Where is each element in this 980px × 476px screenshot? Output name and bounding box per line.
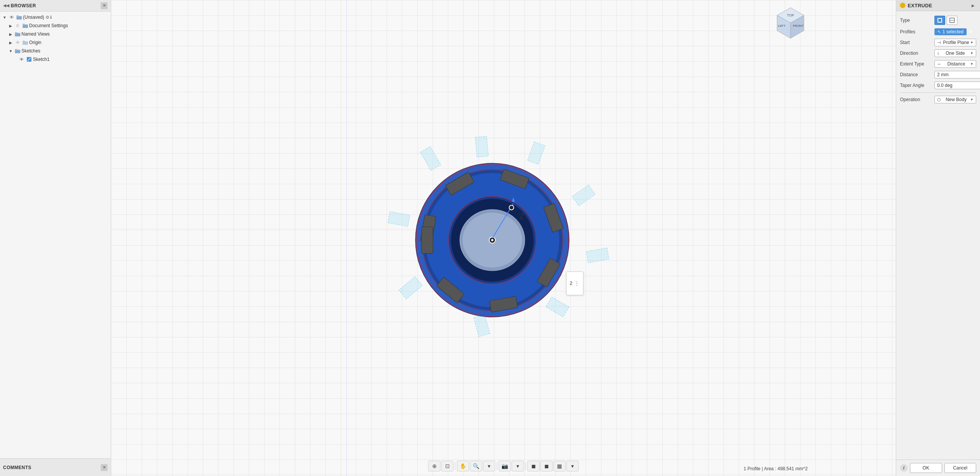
- toggle-unsaved[interactable]: ▼: [2, 14, 8, 20]
- direction-label: Direction: [900, 51, 934, 56]
- operation-dropdown[interactable]: ⬡ New Body ▼: [934, 96, 976, 103]
- profiles-row: Profiles ↖ 1 selected ✕: [896, 26, 980, 37]
- visibility-sketch1-icon[interactable]: 👁: [18, 56, 24, 62]
- tree-item-doc-settings[interactable]: ▶ ⚙ Document Settings: [0, 21, 111, 30]
- svg-rect-53: [938, 19, 941, 22]
- zoom-dropdown-button[interactable]: ▾: [483, 461, 495, 471]
- tree-item-named-views[interactable]: ▶ Named Views: [0, 30, 111, 38]
- panel-title: EXTRUDE: [908, 3, 968, 8]
- grid-button[interactable]: ◼: [528, 461, 540, 471]
- cancel-button[interactable]: Cancel: [944, 463, 977, 473]
- zoom-button[interactable]: 🔍: [470, 461, 482, 471]
- label-origin: Origin: [29, 40, 41, 45]
- tree-item-origin[interactable]: ▶ 👁 Origin: [0, 38, 111, 47]
- svg-rect-16: [586, 248, 609, 263]
- svg-rect-20: [388, 211, 410, 226]
- svg-rect-19: [399, 276, 422, 299]
- panel-header: EXTRUDE ▶: [896, 0, 980, 11]
- info-button[interactable]: i: [900, 464, 908, 472]
- status-bar: 1 Profile | Area : 498.541 mm^2: [743, 466, 808, 471]
- orbit-button[interactable]: ⊕: [428, 461, 441, 471]
- browser-close-button[interactable]: ✕: [101, 2, 108, 9]
- folder-sketches-icon: [15, 48, 21, 54]
- display-dropdown-button[interactable]: ▾: [512, 461, 524, 471]
- direction-icon: ↕: [937, 51, 939, 56]
- comments-close-button[interactable]: ✕: [101, 464, 108, 471]
- operation-icon: ⬡: [937, 97, 941, 102]
- tree-item-sketch1[interactable]: 👁 Sketch1: [0, 55, 111, 64]
- taper-angle-input[interactable]: [934, 82, 980, 89]
- profiles-selected-badge[interactable]: ↖ 1 selected: [934, 28, 967, 35]
- toggle-origin[interactable]: ▶: [8, 39, 14, 46]
- more-button[interactable]: ▾: [567, 461, 579, 471]
- profiles-clear-button[interactable]: ✕: [969, 29, 973, 34]
- status-text: 1 Profile | Area : 498.541 mm^2: [743, 466, 808, 471]
- bottom-toolbar: ⊕ ⊡ ✋ 🔍 ▾ 📷 ▾ ◼ ◼ ▦ ▾: [428, 461, 579, 471]
- label-sketch1: Sketch1: [33, 57, 49, 62]
- tree-item-unsaved[interactable]: ▼ 👁 (Unsaved) ⚙ ℹ: [0, 13, 111, 21]
- direction-row: Direction ↕ One Side ▼: [896, 48, 980, 59]
- snap-button[interactable]: ⊡: [441, 461, 454, 471]
- toggle-named-views[interactable]: ▶: [8, 31, 14, 37]
- unsaved-info-icon[interactable]: ℹ: [50, 15, 52, 20]
- svg-rect-15: [572, 185, 595, 206]
- unsaved-settings-icon[interactable]: ⚙: [46, 15, 49, 20]
- svg-point-45: [509, 205, 514, 210]
- viewport[interactable]: 2↑ 2 ⋮ TOP FRONT LEFT: [111, 0, 896, 476]
- type-solid-button[interactable]: [934, 16, 945, 25]
- label-unsaved: (Unsaved): [23, 15, 44, 20]
- taper-angle-label: Taper Angle: [900, 83, 934, 88]
- type-label: Type: [900, 18, 934, 23]
- toggle-doc-settings[interactable]: ▶: [8, 23, 14, 29]
- svg-rect-7: [23, 41, 25, 42]
- extent-type-label: Extent Type: [900, 61, 934, 67]
- distance-row: Distance: [896, 69, 980, 80]
- cursor-icon: ↖: [938, 29, 941, 34]
- visibility-unsaved-icon[interactable]: 👁: [8, 14, 15, 20]
- main-layout: ◀◀ BROWSER ✕ ▼ 👁 (Unsaved) ⚙ ℹ: [0, 0, 980, 476]
- svg-rect-14: [528, 142, 545, 164]
- toolbar-separator-3: [526, 462, 526, 470]
- operation-row: Operation ⬡ New Body ▼: [896, 94, 980, 105]
- type-surface-button[interactable]: [947, 16, 957, 25]
- panel-divider: [900, 92, 976, 93]
- display-button[interactable]: 📷: [499, 461, 511, 471]
- toolbar-separator-2: [497, 462, 497, 470]
- start-row: Start ⊣ Profile Plane ▼: [896, 37, 980, 48]
- svg-rect-9: [15, 49, 17, 51]
- panel-expand-button[interactable]: ▶: [970, 2, 976, 8]
- sketch-icon: [26, 56, 32, 62]
- browser-collapse-icon[interactable]: ◀◀: [3, 3, 9, 8]
- start-icon: ⊣: [937, 40, 941, 45]
- panel-body: Type: [896, 11, 980, 460]
- extrude-panel: EXTRUDE ▶ Type: [896, 0, 980, 476]
- browser-title: BROWSER: [11, 3, 101, 8]
- extent-type-dropdown-arrow: ▼: [970, 62, 973, 66]
- toolbar-separator-1: [455, 462, 456, 470]
- view-options-button[interactable]: ▦: [554, 461, 566, 471]
- taper-angle-row: Taper Angle: [896, 80, 980, 91]
- svg-text:FRONT: FRONT: [793, 24, 804, 28]
- start-dropdown[interactable]: ⊣ Profile Plane ▼: [934, 39, 976, 46]
- tree-item-sketches[interactable]: ▼ Sketches: [0, 47, 111, 55]
- browser-tree: ▼ 👁 (Unsaved) ⚙ ℹ ▶ ⚙: [0, 11, 111, 458]
- operation-dropdown-arrow: ▼: [970, 98, 973, 101]
- profiles-label: Profiles: [900, 29, 934, 34]
- env-button[interactable]: ◼: [541, 461, 553, 471]
- dim-menu-icon[interactable]: ⋮: [574, 280, 580, 286]
- toggle-sketches[interactable]: ▼: [8, 48, 14, 54]
- viewcube[interactable]: TOP FRONT LEFT: [773, 6, 808, 40]
- direction-dropdown[interactable]: ↕ One Side ▼: [934, 49, 976, 57]
- distance-input[interactable]: [934, 71, 980, 79]
- ok-button[interactable]: OK: [910, 463, 942, 473]
- label-doc-settings: Document Settings: [29, 23, 68, 28]
- start-dropdown-arrow: ▼: [970, 41, 973, 44]
- label-sketches: Sketches: [21, 48, 40, 54]
- pan-button[interactable]: ✋: [457, 461, 469, 471]
- svg-text:2↑: 2↑: [519, 211, 528, 221]
- extent-type-dropdown[interactable]: ↔ Distance ▼: [934, 60, 976, 68]
- visibility-origin-icon[interactable]: 👁: [15, 39, 21, 46]
- svg-text:TOP: TOP: [787, 13, 794, 17]
- svg-rect-1: [16, 15, 19, 17]
- visibility-doc-settings-icon[interactable]: ⚙: [15, 23, 21, 29]
